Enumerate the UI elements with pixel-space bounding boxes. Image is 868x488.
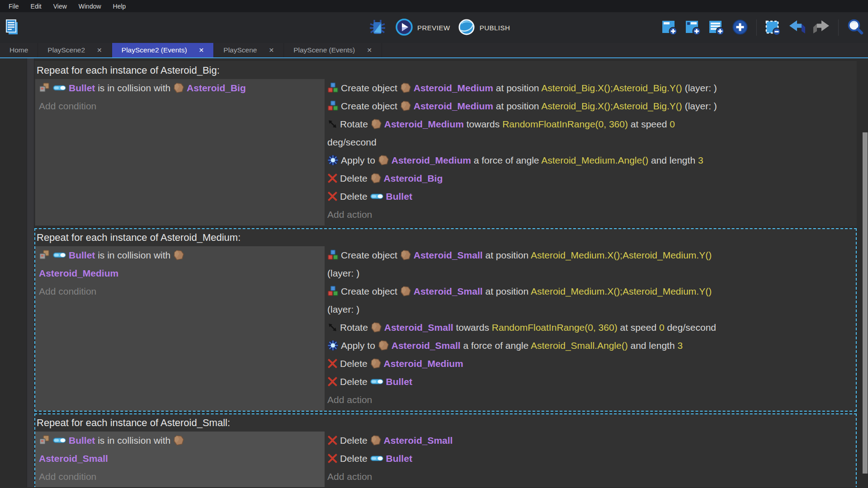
redo-button[interactable] [812, 19, 830, 36]
delete-event-button[interactable] [764, 19, 782, 37]
action-row[interactable]: Delete Bullet [327, 188, 854, 206]
repeat-for-each-header[interactable]: Repeat for each instance of Asteroid_Sma… [35, 414, 856, 432]
instruction-text: at position [483, 250, 531, 260]
action-row[interactable]: Create object Asteroid_Small at position… [327, 282, 854, 300]
expression: Asteroid_Big.X();Asteroid_Big.Y() [541, 101, 682, 111]
force-icon [327, 155, 339, 166]
menu-item-window[interactable]: Window [73, 0, 107, 12]
actions-column: Create object Asteroid_Small at position… [325, 246, 856, 411]
action-row[interactable]: Create object Asteroid_Medium at positio… [327, 97, 854, 115]
add-subevent-button[interactable] [684, 19, 702, 37]
tab-close-icon[interactable]: ✕ [367, 47, 372, 53]
condition-row[interactable]: Bullet is in collision with [39, 432, 321, 450]
event-body: Bullet is in collision with Asteroid_Big… [35, 79, 856, 225]
preview-label: PREVIEW [417, 24, 450, 32]
event-block[interactable]: Repeat for each instance of Asteroid_Big… [34, 61, 857, 226]
undo-button[interactable] [788, 19, 806, 36]
preview-publish-group: PREVIEW PUBLISH [367, 12, 510, 43]
add-action-button[interactable]: Add action [327, 206, 372, 224]
vertical-scrollbar[interactable] [862, 58, 868, 487]
action-row[interactable]: (layer: ) [327, 300, 854, 319]
action-row[interactable]: Delete Asteroid_Small [327, 432, 854, 450]
search-button[interactable] [846, 18, 864, 38]
event-block[interactable]: Repeat for each instance of Asteroid_Med… [34, 228, 857, 412]
condition-row[interactable]: Bullet is in collision with Asteroid_Big [39, 79, 321, 97]
action-row[interactable]: Create object Asteroid_Small at position… [327, 246, 854, 264]
object-name: Asteroid_Small [39, 453, 108, 464]
menu-item-help[interactable]: Help [107, 0, 132, 12]
condition-row[interactable]: Bullet is in collision with [39, 246, 321, 264]
asteroid-icon [400, 286, 411, 297]
tab-playscene[interactable]: PlayScene✕ [214, 43, 284, 57]
tab-playscene2-events[interactable]: PlayScene2 (Events)✕ [112, 43, 214, 57]
add-event-icon [661, 19, 678, 37]
action-row[interactable]: Create object Asteroid_Medium at positio… [327, 79, 854, 97]
tab-playscene-events[interactable]: PlayScene (Events)✕ [284, 43, 382, 57]
expression: Asteroid_Medium.X();Asteroid_Medium.Y() [531, 286, 712, 296]
add-action-button[interactable]: Add action [327, 391, 372, 409]
tab-close-icon[interactable]: ✕ [97, 47, 102, 53]
action-row[interactable]: Delete Asteroid_Big [327, 169, 854, 188]
action-row[interactable]: Delete Bullet [327, 373, 854, 391]
bullet-icon [370, 455, 384, 462]
expression: 3 [677, 340, 683, 351]
object-name: Asteroid_Small [414, 286, 483, 296]
actions-column: Create object Asteroid_Medium at positio… [325, 79, 856, 225]
condition-row[interactable]: Asteroid_Small [39, 450, 321, 468]
action-row[interactable]: Apply to Asteroid_Medium a force of angl… [327, 151, 854, 169]
debugger-button[interactable] [367, 18, 388, 38]
asteroid-icon [400, 100, 411, 112]
action-row[interactable]: Delete Bullet [327, 450, 854, 468]
instruction-text: (layer: ) [682, 101, 717, 111]
add-event-button[interactable] [661, 19, 678, 37]
delete-icon [327, 435, 338, 446]
object-name: Asteroid_Big [187, 83, 246, 93]
asteroid-icon [370, 358, 382, 369]
debug-icon [367, 18, 388, 38]
project-manager-button[interactable] [4, 19, 20, 38]
preview-button[interactable]: PREVIEW [395, 18, 450, 38]
add-condition-button[interactable]: Add condition [39, 97, 96, 115]
delete-icon [327, 376, 338, 387]
add-comment-button[interactable] [708, 19, 725, 37]
expression: RandomFloatInRange(0, 360) [502, 119, 628, 129]
scrollbar-thumb[interactable] [863, 132, 868, 474]
add-action-button[interactable]: Add action [327, 468, 372, 486]
event-block[interactable]: Repeat for each instance of Asteroid_Sma… [34, 413, 857, 487]
publish-button[interactable]: PUBLISH [458, 18, 510, 38]
repeat-for-each-header[interactable]: Repeat for each instance of Asteroid_Big… [35, 62, 856, 79]
tab-playscene2[interactable]: PlayScene2✕ [38, 43, 112, 57]
expression: RandomFloatInRange(0, 360) [492, 322, 618, 333]
event-body: Bullet is in collision with Asteroid_Sma… [35, 432, 856, 487]
menu-item-view[interactable]: View [47, 0, 73, 12]
instruction-text: Rotate [340, 119, 371, 129]
menu-item-edit[interactable]: Edit [25, 0, 47, 12]
force-icon [327, 340, 339, 351]
object-name: Asteroid_Small [392, 340, 461, 351]
action-row[interactable]: (layer: ) [327, 264, 854, 282]
tab-close-icon[interactable]: ✕ [269, 47, 274, 53]
menu-item-file[interactable]: File [3, 0, 25, 12]
instruction-text: towards [453, 322, 492, 333]
repeat-for-each-header[interactable]: Repeat for each instance of Asteroid_Med… [35, 229, 856, 246]
tab-close-icon[interactable]: ✕ [199, 47, 204, 53]
action-row[interactable]: Rotate Asteroid_Small towards RandomFloa… [327, 319, 854, 337]
action-row[interactable]: deg/second [327, 133, 854, 151]
add-condition-button[interactable]: Add condition [39, 282, 96, 300]
delete-icon [327, 173, 338, 183]
asteroid-icon [173, 249, 184, 261]
tabbar: HomePlayScene2✕PlayScene2 (Events)✕PlayS… [0, 43, 868, 58]
tab-home[interactable]: Home [0, 43, 38, 57]
main-toolbar: PREVIEW PUBLISH [0, 12, 868, 43]
action-row[interactable]: Apply to Asteroid_Small a force of angle… [327, 337, 854, 355]
action-row[interactable]: Rotate Asteroid_Medium towards RandomFlo… [327, 115, 854, 133]
condition-row[interactable]: Asteroid_Medium [39, 264, 321, 282]
create-icon [327, 249, 339, 261]
asteroid-icon [370, 173, 382, 184]
object-name: Bullet [69, 435, 95, 446]
delete-icon [327, 453, 338, 464]
action-row[interactable]: Delete Asteroid_Medium [327, 355, 854, 373]
add-circle-button[interactable] [731, 19, 749, 37]
add-condition-button[interactable]: Add condition [39, 468, 96, 486]
instruction-text: at position [493, 83, 541, 93]
